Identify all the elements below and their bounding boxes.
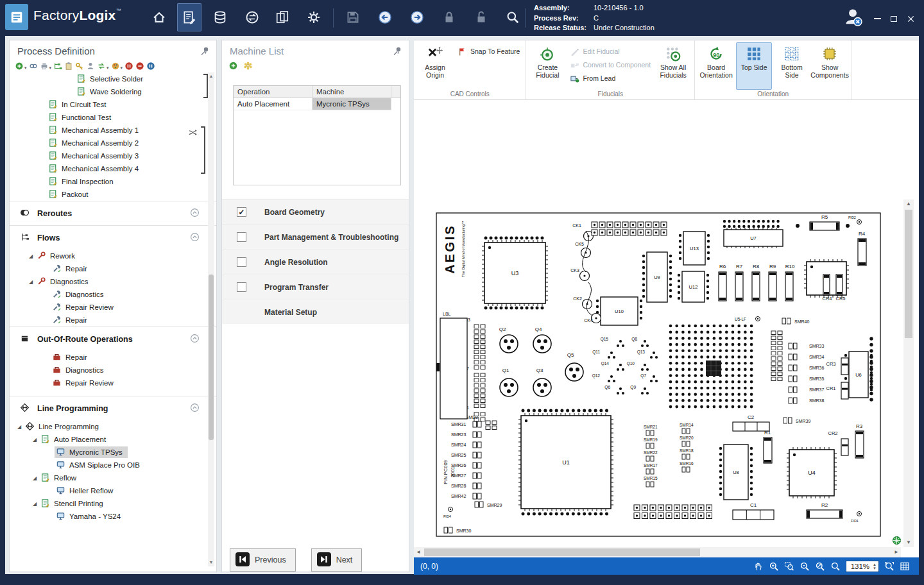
step-program-transfer[interactable]: Program Transfer (222, 275, 409, 300)
oor-item-repair[interactable]: Repair (10, 351, 216, 364)
lp-item-yamaha-ys24[interactable]: Yamaha - YS24 (10, 510, 216, 523)
ribbon-button-show-all-fiducials[interactable]: Show All Fiducials (655, 42, 691, 90)
pcb-canvas[interactable]: AEGISThe Digital Mind of Manufacturing™P… (414, 100, 903, 547)
add-icon[interactable]: ▾ (15, 60, 27, 71)
tree-expander-icon[interactable]: ◢ (26, 279, 35, 285)
zoom-window-icon[interactable] (784, 561, 794, 572)
step-checkbox[interactable]: ✓ (237, 207, 246, 217)
scroll-down-icon[interactable]: ▼ (903, 538, 914, 547)
print-icon[interactable]: ▾ (40, 60, 52, 71)
collapse-up-icon[interactable] (190, 403, 201, 414)
ribbon-button-board-orientation[interactable]: 90Board Orientation (698, 42, 734, 90)
zoom-page-icon[interactable] (830, 561, 841, 572)
paste-icon[interactable] (64, 60, 73, 71)
process-operation-mechanical-assembly-1[interactable]: Mechanical Assembly 1 (10, 124, 216, 137)
process-operation-functional-test[interactable]: Functional Test (10, 111, 216, 124)
palette-icon[interactable]: ▾ (111, 60, 123, 71)
key-icon[interactable] (75, 60, 84, 71)
ribbon-button-create-fiducial[interactable]: Create Fiducial (529, 42, 565, 90)
scroll-up-icon[interactable]: ▲ (208, 72, 214, 80)
swap-icon[interactable]: ▾ (97, 60, 109, 71)
flow-item-diagnostics[interactable]: ◢Diagnostics (10, 275, 216, 288)
section-line-programming[interactable]: Line Programming (10, 396, 216, 420)
flow-item-diagnostics[interactable]: Diagnostics (10, 288, 216, 301)
lp-item-auto-placement[interactable]: ◢Auto Placement (10, 433, 216, 446)
cell-operation[interactable]: Auto Placement (234, 98, 312, 110)
transfer-icon[interactable] (240, 3, 264, 31)
scroll-down-icon[interactable]: ▼ (208, 559, 214, 566)
column-header-operation[interactable]: Operation (234, 86, 312, 98)
oor-item-diagnostics[interactable]: Diagnostics (10, 364, 216, 377)
tree-expander-icon[interactable]: ◢ (15, 424, 24, 430)
minus-red-icon[interactable] (135, 60, 144, 71)
lp-item-asm-siplace-pro-oib[interactable]: ASM Siplace Pro OIB (10, 459, 216, 471)
process-operation-mechanical-assembly-3[interactable]: Mechanical Assembly 3 (10, 149, 216, 162)
step-board-geometry[interactable]: ✓Board Geometry (222, 199, 409, 225)
flow-item-repair[interactable]: Repair (10, 262, 216, 275)
lock-icon[interactable] (437, 3, 461, 31)
pan-icon[interactable] (753, 561, 764, 572)
process-operation-in-circuit-test[interactable]: In Circuit Test (10, 98, 216, 111)
lp-item-reflow[interactable]: ◢Reflow (10, 471, 216, 484)
viewer-horizontal-scrollbar[interactable]: ◄ ► (414, 547, 901, 557)
close-button[interactable] (903, 13, 918, 24)
step-checkbox[interactable] (237, 257, 246, 267)
machine-settings-icon[interactable] (243, 61, 253, 73)
collapse-up-icon[interactable] (190, 334, 201, 344)
zoom-extents-icon[interactable] (884, 561, 894, 572)
scroll-right-icon[interactable]: ► (892, 547, 901, 557)
lp-item-mycronic-tpsys[interactable]: Mycronic TPSys (10, 446, 216, 459)
flow-item-repair[interactable]: Repair (10, 314, 216, 326)
settings-icon[interactable] (302, 3, 326, 31)
process-operation-selective-solder[interactable]: Selective Solder (10, 72, 216, 85)
process-operation-mechanical-assembly-2[interactable]: Mechanical Assembly 2 (10, 137, 216, 149)
tree-expander-icon[interactable]: ◢ (26, 253, 35, 259)
layers-grid-icon[interactable] (900, 561, 910, 572)
process-operation-mechanical-assembly-4[interactable]: Mechanical Assembly 4 (10, 162, 216, 175)
process-operation-final-inspection[interactable]: Final Inspection (10, 175, 216, 188)
ribbon-button-assign-origin[interactable]: Assign Origin (417, 42, 453, 90)
zoom-in-icon[interactable] (769, 561, 779, 572)
flow-item-rework[interactable]: ◢Rework (10, 250, 216, 262)
machine-table-row[interactable]: Auto Placement Mycronic TPSys (234, 98, 400, 110)
pin-icon[interactable] (392, 46, 402, 56)
step-material-setup[interactable]: Material Setup (222, 300, 409, 325)
materials-icon[interactable] (208, 3, 232, 31)
process-operation-wave-soldering[interactable]: Wave Soldering (10, 85, 216, 98)
zoom-level-input[interactable]: 131%▲▼ (846, 561, 879, 572)
next-button[interactable]: Next (311, 548, 363, 572)
scrollbar-thumb[interactable] (209, 275, 214, 440)
tree-icon[interactable] (53, 60, 62, 71)
maximize-button[interactable] (887, 13, 901, 24)
previous-button[interactable]: Previous (230, 548, 296, 572)
pause-red-icon[interactable] (124, 60, 133, 71)
back-icon[interactable] (373, 3, 397, 31)
ribbon-button-convert-to-component[interactable]: Convert to Component (567, 59, 653, 71)
user2-icon[interactable] (86, 60, 95, 71)
scrollbar-thumb[interactable] (424, 548, 700, 556)
audit-search-icon[interactable] (501, 3, 525, 31)
lp-item-stencil-printing[interactable]: ◢Stencil Printing (10, 497, 216, 510)
ribbon-button-snap-to-feature[interactable]: Snap To Feature (455, 46, 522, 57)
unlock-icon[interactable] (469, 3, 493, 31)
ribbon-button-edit-fiducial[interactable]: Edit Fiducial (567, 46, 653, 57)
cell-machine[interactable]: Mycronic TPSys (312, 98, 391, 110)
process-operation-packout[interactable]: Packout (10, 188, 216, 201)
scrollbar-thumb[interactable] (905, 210, 912, 338)
tree-expander-icon[interactable]: ◢ (30, 501, 39, 507)
ribbon-button-bottom-side[interactable]: Bottom Side (774, 42, 810, 90)
section-flows[interactable]: Flows (10, 225, 216, 250)
process-panel-scrollbar[interactable]: ▲ ▼ (208, 72, 214, 566)
reports-icon[interactable] (270, 3, 295, 31)
zoom-dynamic-icon[interactable] (815, 561, 825, 572)
home-icon[interactable] (147, 3, 171, 31)
user-logout-icon[interactable] (842, 6, 864, 28)
viewer-vertical-scrollbar[interactable]: ▲ ▼ (903, 199, 914, 547)
flow-item-repair-review[interactable]: Repair Review (10, 301, 216, 314)
ribbon-button-from-lead[interactable]: From Lead (567, 72, 653, 84)
process-definition-icon[interactable] (177, 3, 201, 31)
section-reroutes[interactable]: Reroutes (10, 201, 216, 225)
link-icon[interactable] (29, 60, 38, 71)
step-angle-resolution[interactable]: Angle Resolution (222, 250, 409, 275)
section-out-of-route[interactable]: Out-Of-Route Operations (10, 326, 216, 351)
